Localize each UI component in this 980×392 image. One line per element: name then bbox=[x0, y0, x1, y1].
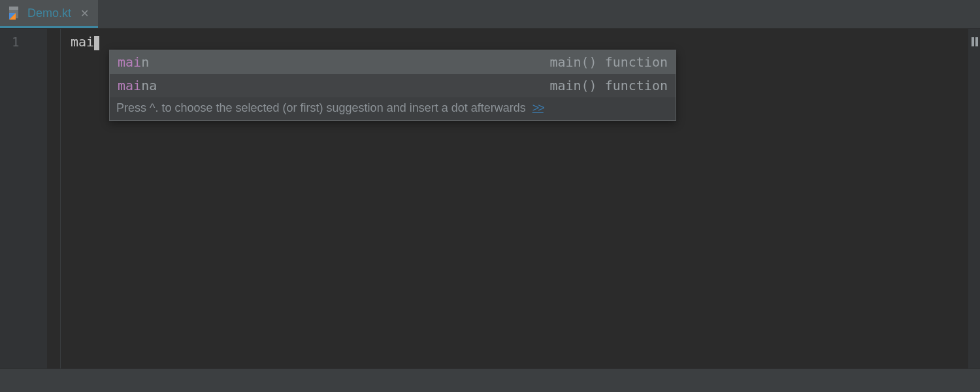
autocomplete-match: mai bbox=[118, 54, 141, 70]
status-bar bbox=[0, 368, 980, 392]
autocomplete-desc: main() function bbox=[549, 54, 668, 70]
svg-rect-5 bbox=[975, 37, 978, 46]
autocomplete-popup[interactable]: main main() function maina main() functi… bbox=[109, 50, 676, 121]
code-line-1[interactable]: mai bbox=[47, 33, 968, 51]
autocomplete-hint: Press ^. to choose the selected (or firs… bbox=[110, 97, 676, 120]
autocomplete-hint-text: Press ^. to choose the selected (or firs… bbox=[116, 101, 526, 115]
indent-guide bbox=[60, 29, 61, 368]
right-gutter bbox=[968, 29, 980, 368]
pause-icon[interactable] bbox=[971, 34, 979, 50]
tab-bar: Demo.kt ✕ bbox=[0, 0, 980, 29]
autocomplete-match: mai bbox=[118, 78, 141, 93]
autocomplete-rest: n bbox=[141, 54, 149, 70]
file-tab[interactable]: Demo.kt ✕ bbox=[0, 0, 98, 28]
typed-text: mai bbox=[71, 34, 94, 50]
file-tab-label: Demo.kt bbox=[27, 7, 71, 20]
autocomplete-rest: na bbox=[141, 78, 157, 93]
gutter: 1 bbox=[0, 29, 47, 368]
autocomplete-more-link[interactable]: >> bbox=[532, 101, 544, 115]
code-area[interactable]: mai main main() function maina main() fu… bbox=[47, 29, 968, 368]
kotlin-file-icon bbox=[7, 5, 22, 21]
autocomplete-item[interactable]: main main() function bbox=[110, 50, 676, 74]
autocomplete-item[interactable]: maina main() function bbox=[110, 74, 676, 97]
caret bbox=[94, 36, 99, 50]
svg-rect-1 bbox=[9, 7, 18, 10]
autocomplete-desc: main() function bbox=[549, 78, 668, 93]
line-number: 1 bbox=[12, 33, 47, 51]
svg-rect-4 bbox=[972, 37, 974, 46]
close-tab-icon[interactable]: ✕ bbox=[80, 7, 89, 20]
editor[interactable]: 1 mai main main() function maina main() … bbox=[0, 29, 980, 368]
